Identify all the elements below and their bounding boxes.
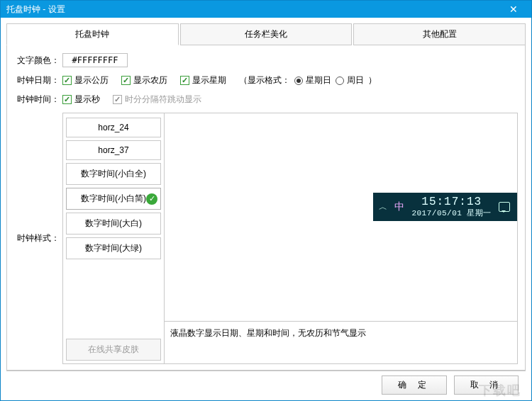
style-item-dalv[interactable]: 数字时间(大绿)	[66, 237, 161, 259]
chk-weekday[interactable]: 显示星期	[180, 74, 226, 86]
checkbox-icon	[113, 95, 122, 104]
checkbox-icon	[121, 76, 131, 85]
style-item-xiaobaijian[interactable]: 数字时间(小白简) ✓	[66, 188, 161, 210]
close-button[interactable]: ✕	[501, 2, 526, 16]
ime-indicator: 中	[394, 200, 404, 213]
preview-tray: ︿ 中 15:17:13 2017/05/01 星期一	[373, 193, 517, 221]
style-item-horz24[interactable]: horz_24	[66, 118, 161, 137]
radio-zhouri[interactable]: 周日	[336, 74, 364, 86]
tab-strip: 托盘时钟 任务栏美化 其他配置	[6, 23, 526, 45]
chat-icon	[499, 202, 510, 212]
style-list: horz_24 horz_37 数字时间(小白全) 数字时间(小白简) ✓ 数字…	[62, 113, 165, 364]
style-item-dabai[interactable]: 数字时间(大白)	[66, 213, 161, 235]
chk-gregorian[interactable]: 显示公历	[62, 74, 109, 86]
preview-time: 15:17:13	[411, 196, 492, 209]
style-item-xiaobaiquan[interactable]: 数字时间(小白全)	[66, 163, 161, 185]
tab-taskbar-beautify[interactable]: 任务栏美化	[180, 23, 353, 45]
titlebar: 托盘时钟 - 设置 ✕	[1, 1, 531, 18]
weekday-format-group: （显示格式： 星期日 周日 ）	[239, 74, 377, 86]
label-text-color: 文字颜色：	[14, 55, 62, 67]
style-description: 液晶数字显示日期、星期和时间，无农历和节气显示	[165, 321, 517, 363]
checkbox-icon	[62, 95, 72, 104]
label-clock-date: 时钟日期：	[14, 74, 62, 86]
style-preview: ︿ 中 15:17:13 2017/05/01 星期一 液晶数字显示日期、星期和…	[165, 113, 518, 364]
dialog-footer: 下载吧 确 定 取 消	[6, 371, 526, 400]
preview-clock: 15:17:13 2017/05/01 星期一	[411, 196, 492, 218]
label-clock-style: 时钟样式：	[14, 113, 62, 364]
window-title: 托盘时钟 - 设置	[6, 4, 501, 16]
radio-xingqiri[interactable]: 星期日	[294, 74, 331, 86]
tab-other-config[interactable]: 其他配置	[353, 23, 526, 45]
radio-icon	[294, 77, 303, 85]
chk-show-seconds[interactable]: 显示秒	[62, 94, 100, 106]
label-clock-time: 时钟时间：	[14, 94, 62, 106]
text-color-input[interactable]: #FFFFFFFF	[62, 53, 128, 67]
ok-button[interactable]: 确 定	[382, 375, 446, 395]
chk-blink-separator[interactable]: 时分分隔符跳动显示	[113, 94, 201, 106]
chk-lunar[interactable]: 显示农历	[121, 74, 167, 86]
checkbox-icon	[180, 76, 189, 85]
tab-tray-clock[interactable]: 托盘时钟	[6, 23, 179, 45]
preview-date: 2017/05/01 星期一	[411, 209, 492, 218]
chevron-up-icon: ︿	[379, 201, 387, 213]
checkmark-icon: ✓	[146, 193, 157, 205]
preview-canvas: ︿ 中 15:17:13 2017/05/01 星期一	[165, 113, 517, 321]
share-skin-button[interactable]: 在线共享皮肤	[66, 339, 161, 361]
cancel-button[interactable]: 取 消	[454, 375, 519, 395]
tab-panel-tray-clock: 文字颜色： #FFFFFFFF 时钟日期： 显示公历 显示农历	[6, 45, 526, 371]
radio-icon	[336, 77, 344, 85]
style-item-horz37[interactable]: horz_37	[66, 140, 161, 160]
checkbox-icon	[62, 76, 72, 85]
